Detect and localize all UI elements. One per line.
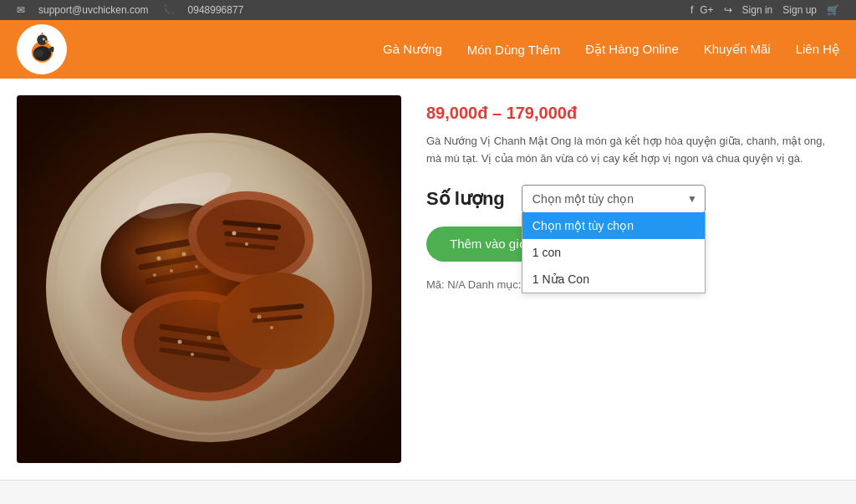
nav-links: Gà Nướng Món Dùng Thêm Đặt Hàng Online K… bbox=[383, 42, 839, 57]
size-select[interactable]: Chọn một tùy chọn 1 con 1 Nửa Con bbox=[522, 185, 706, 213]
dropdown-option-nuacon[interactable]: 1 Nửa Con bbox=[522, 266, 705, 293]
signin-button[interactable]: Sign in bbox=[742, 4, 773, 16]
nav-mon-dung-them[interactable]: Món Dùng Thêm bbox=[467, 43, 560, 57]
nav-khuyen-mai[interactable]: Khuyến Mãi bbox=[704, 42, 771, 57]
nav-dat-hang[interactable]: Đặt Hàng Online bbox=[585, 42, 679, 57]
top-bar: ✉ support@uvchicken.com 📞 0948996877 f G… bbox=[0, 0, 856, 20]
signup-button[interactable]: Sign up bbox=[782, 4, 817, 16]
nav-ga-nuong[interactable]: Gà Nướng bbox=[383, 42, 442, 57]
product-details: 89,000đ – 179,000đ Gà Nướng Vị Chanh Mật… bbox=[426, 95, 839, 463]
product-image bbox=[17, 95, 401, 463]
svg-point-5 bbox=[43, 38, 43, 39]
social-links: f G+ bbox=[690, 4, 714, 16]
phone-link[interactable]: 0948996877 bbox=[188, 4, 244, 16]
quantity-row: Số lượng Chọn một tùy chọn 1 con 1 Nửa C… bbox=[426, 185, 839, 213]
svg-point-1 bbox=[37, 34, 48, 45]
main-nav: Gà Nướng Món Dùng Thêm Đặt Hàng Online K… bbox=[0, 20, 856, 79]
email-icon: ✉ bbox=[17, 4, 25, 16]
facebook-link[interactable]: f bbox=[690, 4, 693, 16]
cart-icon[interactable]: 🛒 bbox=[827, 4, 839, 16]
product-description: Gà Nướng Vị Chanh Mật Ong là món gà kết … bbox=[426, 133, 839, 168]
svg-marker-2 bbox=[45, 39, 49, 43]
main-content: 89,000đ – 179,000đ Gà Nướng Vị Chanh Mật… bbox=[0, 79, 856, 480]
logo[interactable] bbox=[17, 24, 67, 74]
email-link[interactable]: support@uvchicken.com bbox=[38, 4, 149, 16]
top-bar-right: f G+ ↪ Sign in Sign up 🛒 bbox=[690, 4, 839, 16]
signin-icon: ↪ bbox=[724, 4, 732, 16]
quantity-label: Số lượng bbox=[426, 188, 505, 210]
phone-icon: 📞 bbox=[162, 4, 175, 16]
svg-point-41 bbox=[79, 196, 330, 396]
dropdown-wrapper: Chọn một tùy chọn 1 con 1 Nửa Con ▼ Chọn… bbox=[522, 185, 706, 213]
dropdown-option-1con[interactable]: 1 con bbox=[522, 239, 705, 266]
footer-area bbox=[0, 480, 856, 504]
product-image-svg bbox=[17, 95, 401, 463]
top-bar-left: ✉ support@uvchicken.com 📞 0948996877 bbox=[17, 4, 243, 16]
dropdown-open-list: Chọn một tùy chọn 1 con 1 Nửa Con bbox=[522, 212, 706, 293]
product-price: 89,000đ – 179,000đ bbox=[426, 104, 839, 123]
google-link[interactable]: G+ bbox=[700, 4, 713, 16]
dropdown-option-placeholder[interactable]: Chọn một tùy chọn bbox=[522, 212, 705, 239]
nav-lien-he[interactable]: Liên Hệ bbox=[796, 42, 839, 57]
logo-image bbox=[23, 31, 61, 69]
